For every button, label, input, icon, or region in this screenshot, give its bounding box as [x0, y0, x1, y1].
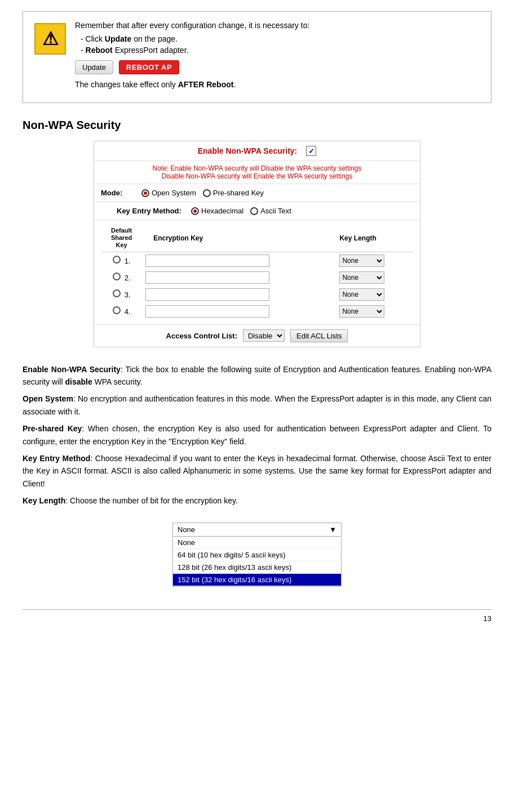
key-length-cell: None 64 bit 128 bit 152 bit: [336, 286, 413, 303]
mode-label: Mode:: [101, 189, 135, 197]
dropdown-arrow-icon: ▼: [329, 525, 336, 534]
notice-box: ⚠ Remember that after every configuratio…: [23, 11, 491, 103]
key-length-select-2[interactable]: None 64 bit 128 bit 152 bit: [339, 271, 384, 284]
key-radio-cell[interactable]: 3.: [101, 286, 142, 303]
encryption-key-cell: [142, 303, 336, 320]
enable-checkbox[interactable]: ✓: [306, 146, 316, 156]
page-footer: 13: [23, 609, 491, 623]
encryption-key-cell: [142, 252, 336, 269]
key-hex-label: Hexadecimal: [201, 207, 243, 215]
notice-item-1: Click Update on the page.: [81, 34, 480, 43]
after-reboot-text: The changes take effect only AFTER Reboo…: [75, 80, 480, 89]
key-length-cell: None 64 bit 128 bit 152 bit: [336, 303, 413, 320]
mode-preshared-option[interactable]: Pre-shared Key: [203, 189, 264, 197]
para1: Enable Non-WPA Security: Tick the box to…: [23, 363, 491, 389]
encryption-key-cell: [142, 269, 336, 286]
para4-bold: Key Entry Method: [23, 454, 90, 463]
key-ascii-label: Ascii Text: [260, 207, 291, 215]
key-table: DefaultSharedKey Encryption Key Key Leng…: [101, 225, 413, 320]
encryption-key-cell: [142, 286, 336, 303]
buttons-row: Update REBOOT AP: [75, 60, 480, 74]
page-number: 13: [484, 614, 491, 623]
warning-icon: ⚠: [34, 23, 66, 55]
key-radio-cell[interactable]: 4.: [101, 303, 142, 320]
table-row: 3. None 64 bit 128 bit 152 bit: [101, 286, 413, 303]
explanation: Enable Non-WPA Security: Tick the box to…: [23, 363, 491, 507]
dropdown-option[interactable]: 64 bit (10 hex digits/ 5 ascii keys): [173, 549, 341, 561]
notice-item-2: Reboot ExpressPort adapter.: [81, 46, 480, 55]
acl-select[interactable]: Disable Enable: [243, 329, 285, 342]
dropdown-selected[interactable]: None ▼: [173, 523, 341, 537]
key-length-select-1[interactable]: None 64 bit 128 bit 152 bit: [339, 255, 384, 267]
dropdown-option[interactable]: 152 bit (32 hex digits/16 ascii keys): [173, 574, 341, 586]
col-encryption-key: Encryption Key: [142, 225, 336, 252]
key-radio-cell[interactable]: 1.: [101, 252, 142, 269]
table-row: 2. None 64 bit 128 bit 152 bit: [101, 269, 413, 286]
enable-label: Enable Non-WPA Security:: [198, 146, 298, 155]
dropdown-option[interactable]: 128 bit (26 hex digits/13 ascii keys): [173, 561, 341, 574]
mode-open-radio[interactable]: [141, 189, 149, 197]
col-key-length: Key Length: [336, 225, 413, 252]
para5-bold: Key Length: [23, 496, 65, 505]
dropdown-selected-label: None: [178, 525, 195, 534]
mode-preshared-radio[interactable]: [203, 189, 211, 197]
note-line2: Disable Non-WPA security will Enable the…: [161, 172, 352, 180]
dropdown-illustration: None ▼ None64 bit (10 hex digits/ 5 asci…: [172, 523, 342, 587]
col-default-shared: DefaultSharedKey: [101, 225, 142, 252]
encryption-key-input-4[interactable]: [145, 305, 269, 318]
enable-row: Enable Non-WPA Security: ✓: [94, 141, 420, 161]
mode-preshared-label: Pre-shared Key: [213, 189, 264, 197]
dropdown-options: None64 bit (10 hex digits/ 5 ascii keys)…: [173, 537, 341, 586]
mode-open-label: Open System: [152, 189, 196, 197]
table-row: 4. None 64 bit 128 bit 152 bit: [101, 303, 413, 320]
key-hex-radio[interactable]: [191, 207, 199, 215]
para2: Open System: No encryption and authentic…: [23, 392, 491, 418]
key-hex-option[interactable]: Hexadecimal: [191, 207, 243, 215]
note-line1: Note: Enable Non-WPA security will Disab…: [152, 164, 361, 172]
reboot-bold: Reboot: [86, 46, 113, 55]
key-length-cell: None 64 bit 128 bit 152 bit: [336, 269, 413, 286]
key-entry-label: Key Entry Method:: [117, 207, 184, 215]
key-length-cell: None 64 bit 128 bit 152 bit: [336, 252, 413, 269]
notice-title: Remember that after every configuration …: [75, 21, 480, 30]
key-length-select-4[interactable]: None 64 bit 128 bit 152 bit: [339, 305, 384, 318]
key-radio-cell[interactable]: 2.: [101, 269, 142, 286]
reboot-button[interactable]: REBOOT AP: [119, 60, 179, 74]
acl-row: Access Control List: Disable Enable Edit…: [94, 325, 420, 347]
section-heading: Non-WPA Security: [23, 119, 491, 132]
encryption-key-input-3[interactable]: [145, 288, 269, 301]
para3-bold: Pre-shared Key: [23, 424, 82, 433]
update-button[interactable]: Update: [75, 60, 113, 74]
para5: Key Length: Choose the number of bit for…: [23, 494, 491, 507]
key-table-row: DefaultSharedKey Encryption Key Key Leng…: [94, 220, 420, 325]
para1-bold: Enable Non-WPA Security: [23, 365, 121, 374]
security-panel: Enable Non-WPA Security: ✓ Note: Enable …: [94, 141, 420, 347]
para1-disable: disable: [65, 377, 92, 386]
notice-content: Remember that after every configuration …: [75, 21, 480, 93]
dropdown-option[interactable]: None: [173, 537, 341, 549]
key-length-select-3[interactable]: None 64 bit 128 bit 152 bit: [339, 288, 384, 301]
acl-label: Access Control List:: [166, 332, 237, 340]
key-ascii-option[interactable]: Ascii Text: [250, 207, 291, 215]
encryption-key-input-2[interactable]: [145, 271, 269, 284]
table-row: 1. None 64 bit 128 bit 152 bit: [101, 252, 413, 269]
encryption-key-input-1[interactable]: [145, 255, 269, 267]
key-ascii-radio[interactable]: [250, 207, 258, 215]
mode-row: Mode: Open System Pre-shared Key: [94, 184, 420, 202]
edit-acl-button[interactable]: Edit ACL Lists: [290, 329, 348, 342]
notice-list: Click Update on the page. Reboot Express…: [75, 34, 480, 55]
para3: Pre-shared Key: When chosen, the encrypt…: [23, 422, 491, 448]
update-bold: Update: [105, 34, 131, 43]
mode-open-option[interactable]: Open System: [141, 189, 196, 197]
para2-bold: Open System: [23, 394, 73, 403]
para4: Key Entry Method: Choose Hexadecimal if …: [23, 452, 491, 490]
note-row: Note: Enable Non-WPA security will Disab…: [94, 161, 420, 184]
key-entry-row: Key Entry Method: Hexadecimal Ascii Text: [94, 202, 420, 220]
